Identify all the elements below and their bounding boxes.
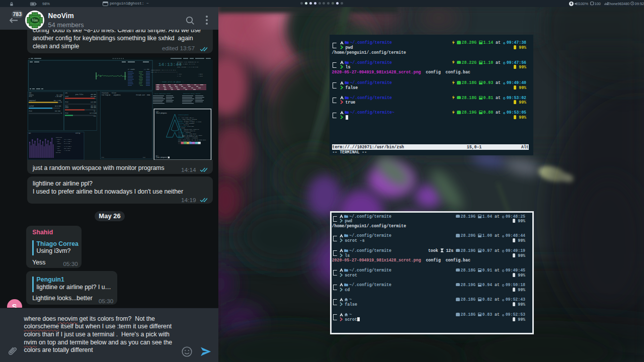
svg-text:Load Average: 1.19 0.70 0.50: Load Average: 1.19 0.70 0.50 <box>177 66 198 68</box>
svg-text:Used: Used <box>65 107 68 109</box>
svg-text:Free: Free <box>29 96 32 98</box>
svg-text:Arguments: Arguments <box>114 95 121 97</box>
svg-text:SwapTotal: SwapTotal <box>29 100 36 102</box>
svg-text:+ MCr: + MCr <box>56 148 60 149</box>
svg-text:13.1 KiB/s: 13.1 KiB/s <box>64 139 71 140</box>
svg-text:= Total: = Total <box>56 143 61 144</box>
svg-text:fetch penguin1: fetch penguin1 <box>156 113 167 115</box>
svg-text:10.6 GiB: 10.6 GiB <box>55 105 61 107</box>
svg-text:135 GiB: 135 GiB <box>91 107 96 109</box>
svg-text:Cached: Cached <box>29 105 34 107</box>
svg-text:Memory: 2125MiB / 19668MiB: Memory: 2125MiB / 19668MiB <box>178 138 198 139</box>
svg-text:1-4: 1-4 <box>143 157 145 158</box>
svg-text:117.5 GiB: 117.5 GiB <box>90 112 97 114</box>
svg-text:4.6GHz: 4.6GHz <box>198 75 203 77</box>
svg-text:307 KiB/s: 307 KiB/s <box>64 148 71 149</box>
svg-text:106 GiB: 106 GiB <box>91 105 96 107</box>
svg-text:S:1: S:1 <box>102 157 104 158</box>
svg-text:filter: filter <box>112 93 117 95</box>
svg-text:1 109%: 1 109% <box>177 73 182 75</box>
svg-text:378 MiB: 378 MiB <box>55 110 60 112</box>
svg-text:97.3 KiB: 97.3 KiB <box>64 143 70 144</box>
svg-text:Temperatures: 43°C 41°C 44°C 4: Temperatures: 43°C 41°C 44°C 43°C <box>151 69 176 71</box>
svg-text:[root penguin1]#: [root penguin1]# <box>156 157 169 159</box>
svg-text:Used: Used <box>65 96 68 98</box>
svg-text:7%: 7% <box>94 111 96 112</box>
svg-text:eth/up: eth/up <box>75 133 80 135</box>
svg-text:19.7 KiB/s: 19.7 KiB/s <box>64 146 71 147</box>
svg-text:CP LOADED: CP LOADED <box>128 69 135 70</box>
svg-text:Threads User: Threads User <box>136 95 145 97</box>
svg-text:MemB: MemB <box>147 95 150 97</box>
svg-text:132 GiB: 132 GiB <box>91 96 96 98</box>
svg-text:0%: 0% <box>60 102 62 104</box>
svg-text:2 41%: 2 41% <box>177 75 181 77</box>
svg-text:62%: 62% <box>94 116 96 118</box>
svg-text:1.1 MHz: 1.1 MHz <box>144 69 149 70</box>
svg-text:Free: Free <box>29 110 32 112</box>
svg-text:Battery: 94/5 (Running on AC): Battery: 94/5 (Running on AC) <box>177 61 199 63</box>
svg-text:Pid Program: Pid Program <box>102 95 110 97</box>
svg-text:59.1 KiB/s: 59.1 KiB/s <box>64 141 71 142</box>
svg-text:Processes: Processes <box>102 93 109 95</box>
svg-text:19.1 GiB: 19.1 GiB <box>56 94 63 96</box>
svg-text:Interface Speed Address: Interface Speed Address <box>183 93 201 95</box>
svg-text:4.18 MiB: 4.18 MiB <box>64 150 70 151</box>
svg-text:+ Rpts: + Rpts <box>56 146 60 147</box>
svg-text:Uptime: 3 days, 01:11:29: Uptime: 3 days, 01:11:29 <box>177 63 195 65</box>
svg-text:2%: 2% <box>60 113 62 114</box>
svg-text:Memory: Memory <box>29 94 34 96</box>
svg-text:baseload: baseload <box>56 137 62 138</box>
svg-text:4.8GHz: 4.8GHz <box>198 73 203 75</box>
svg-text:128 GiB: 128 GiB <box>91 102 96 104</box>
svg-text:UpTiCB: UpTiCB <box>56 152 60 153</box>
svg-text:= Total: = Total <box>56 150 61 151</box>
svg-text:CPU: CPU <box>65 93 67 94</box>
svg-text:100 GiB: 100 GiB <box>91 94 96 96</box>
svg-text:Mem: Mem <box>29 93 31 94</box>
svg-text:1.38 GiB: 1.38 GiB <box>55 96 62 98</box>
svg-text:+ MCr: + MCr <box>56 141 60 142</box>
svg-text:Free: Free <box>65 102 68 104</box>
svg-text:Net: Net <box>29 133 31 135</box>
svg-text:512.7 MiB: 512.7 MiB <box>54 100 61 102</box>
svg-text:-: State 4/1/2 on ghost :-: -: State 4/1/2 on ghost :- <box>159 81 184 83</box>
svg-text:Free: Free <box>65 112 68 114</box>
svg-text:Active Interface Speed: Active Interface Speed <box>154 93 171 95</box>
svg-text:proc files: proc files <box>75 94 84 96</box>
svg-text:Vim: Vim <box>32 18 38 23</box>
svg-text:CPU1 51% [||||||||||||||||||||: CPU1 51% [||||||||||||||||||||||| ] <box>151 71 177 73</box>
svg-text:+ Rpts: + Rpts <box>56 139 60 140</box>
